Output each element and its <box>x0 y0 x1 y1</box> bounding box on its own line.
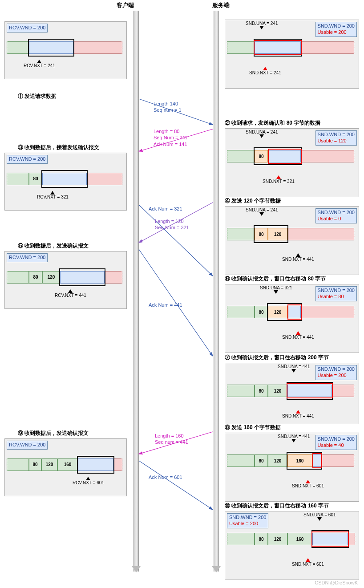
client-panel-9: RCV.WND = 200 80 120 160 RCV.NXT = 601 <box>4 438 127 496</box>
msg2: Length = 80Seq Num = 241Ack Num = 141 <box>154 128 188 147</box>
msg4: Length = 120Seq Num = 321 <box>155 218 189 231</box>
msg3: Ack Num = 321 <box>149 206 182 212</box>
step-9: ⑨ 收到数据后，发送确认报文 <box>18 430 89 437</box>
server-panel-6: SND.UNA = 321 SND.WND = 200Usable = 80 8… <box>225 284 359 353</box>
step-6: ⑥ 收到确认报文后，窗口往右移动 80 字节 <box>225 275 326 283</box>
step-5: ⑤ 收到数据后，发送确认报文 <box>18 242 89 250</box>
step-2: ② 收到请求，发送确认和 80 字节的数据 <box>225 119 320 127</box>
client-panel-5: RCV.WND = 200 80 120 RCV.NXT = 441 <box>4 251 127 309</box>
msg5: Ack Num = 441 <box>149 302 182 308</box>
svg-line-2 <box>139 205 213 276</box>
client-panel-3: RCV.WND = 200 80 RCV.NXT = 321 <box>4 153 127 211</box>
server-panel-7: SND.UNA = 441 SND.WND = 200Usable = 200 … <box>225 363 359 424</box>
client-panel-0: RCV.WND = 200 RCV.NXT = 241 <box>4 21 127 79</box>
header-client: 客户端 <box>117 1 134 9</box>
timeline-client <box>133 11 139 572</box>
watermark: CSDN @DieSnowK <box>315 580 358 585</box>
msg1: Length 140Seq num = 1 <box>154 101 182 114</box>
step-8: ⑧ 发送 160 个字节数据 <box>225 424 281 431</box>
server-panel-2: SND.UNA = 241 SND.WND = 200Usable = 120 … <box>225 128 359 197</box>
timeline-server <box>214 11 219 572</box>
msg9: Ack Num = 601 <box>149 474 182 480</box>
header-server: 服务端 <box>212 1 230 9</box>
step-10: ⑩ 收到确认报文后，窗口往右移动 160 字节 <box>225 502 329 510</box>
msg8: Length = 160Seq num = 441 <box>155 433 188 446</box>
server-panel-10: SND.WND = 200Usable = 200 SND.UNA = 601 … <box>225 511 359 580</box>
diagram-canvas: 客户端 服务端 Length 140Seq num = 1 Length = 8… <box>0 0 364 588</box>
server-panel-8: SND.UNA = 441 SND.WND = 200Usable = 40 8… <box>225 433 359 502</box>
step-1: ① 发送请求数据 <box>18 93 57 100</box>
svg-line-6 <box>139 461 213 510</box>
step-3: ③ 收到数据后，接着发送确认报文 <box>18 144 99 151</box>
server-panel-0: SND.UNA = 241 SND.WND = 200Usable = 200 … <box>225 20 359 89</box>
step-7: ⑦ 收到确认报文后，窗口往右移动 200 字节 <box>225 354 329 361</box>
step-4: ④ 发送 120 个字节数据 <box>225 197 281 205</box>
server-panel-4: SND.UNA = 241 SND.WND = 200Usable = 0 80… <box>225 206 359 275</box>
rcv-wnd-badge: RCV.WND = 200 <box>7 24 48 32</box>
